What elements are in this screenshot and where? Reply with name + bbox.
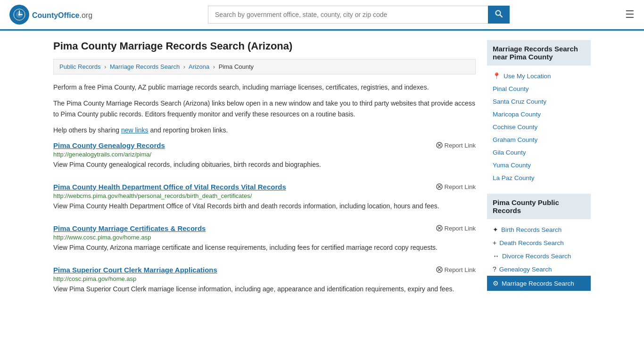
sidebar-maricopa-county[interactable]: Maricopa County — [487, 108, 591, 121]
divorce-icon: ↔ — [493, 252, 499, 260]
breadcrumb-pima-county: Pima County — [219, 63, 254, 70]
result-desc-2: View Pima County Health Department Offic… — [53, 201, 476, 211]
search-button[interactable] — [488, 6, 510, 24]
result-title-3[interactable]: Pima County Marriage Certificates & Reco… — [53, 224, 206, 232]
report-icon-2 — [436, 183, 443, 190]
sidebar-yuma-county[interactable]: Yuma County — [487, 159, 591, 172]
result-title-4[interactable]: Pima Superior Court Clerk Marriage Appli… — [53, 266, 217, 274]
logo-area: CountyOffice.org — [9, 5, 92, 25]
report-icon-1 — [436, 142, 443, 148]
content-area: Pima County Marriage Records Search (Ari… — [53, 40, 476, 307]
sidebar-cochise-county[interactable]: Cochise County — [487, 121, 591, 133]
pin-icon: 📍 — [493, 72, 501, 80]
sidebar-graham-county[interactable]: Graham County — [487, 133, 591, 146]
description-2: The Pima County Marriage Records Search … — [53, 98, 476, 119]
result-item: Pima County Genealogy Records Report Lin… — [53, 141, 476, 170]
report-link-1[interactable]: Report Link — [436, 142, 476, 149]
nearby-section: Marriage Records Search near Pima County… — [487, 40, 591, 184]
logo-name: CountyOffice — [32, 11, 79, 19]
result-header: Pima County Health Department Office of … — [53, 183, 476, 191]
result-header: Pima County Genealogy Records Report Lin… — [53, 141, 476, 149]
report-icon-4 — [436, 266, 443, 273]
death-records-link[interactable]: + Death Records Search — [487, 236, 591, 249]
result-desc-4: View Pima Superior Court Clerk marriage … — [53, 284, 476, 294]
marriage-icon: ⚙ — [493, 280, 499, 287]
logo-icon — [9, 5, 29, 25]
new-links[interactable]: new links — [121, 126, 149, 134]
result-header: Pima Superior Court Clerk Marriage Appli… — [53, 266, 476, 274]
svg-point-2 — [18, 14, 20, 16]
sidebar-gila-county[interactable]: Gila County — [487, 146, 591, 159]
menu-icon[interactable]: ☰ — [625, 8, 635, 21]
result-title-2[interactable]: Pima County Health Department Office of … — [53, 183, 286, 191]
result-desc-1: View Pima County genealogical records, i… — [53, 160, 476, 170]
results-list: Pima County Genealogy Records Report Lin… — [53, 141, 476, 294]
public-records-section: Pima County Public Records ✦ Birth Recor… — [487, 194, 591, 291]
sidebar: Marriage Records Search near Pima County… — [487, 40, 591, 307]
breadcrumb: Public Records › Marriage Records Search… — [53, 59, 476, 74]
public-records-header: Pima County Public Records — [487, 194, 591, 219]
page-title: Pima County Marriage Records Search (Ari… — [53, 40, 476, 52]
svg-line-4 — [500, 15, 503, 17]
search-input[interactable] — [208, 6, 488, 24]
description-3: Help others by sharing new links and rep… — [53, 125, 476, 135]
birth-icon: ✦ — [493, 226, 498, 233]
breadcrumb-marriage-records[interactable]: Marriage Records Search — [110, 63, 180, 70]
result-desc-3: View Pima County, Arizona marriage certi… — [53, 243, 476, 253]
nearby-header: Marriage Records Search near Pima County — [487, 40, 591, 66]
marriage-records-active-link[interactable]: ⚙ Marriage Records Search — [487, 276, 591, 291]
result-url-2: http://webcms.pima.gov/health/personal_r… — [53, 192, 476, 199]
birth-records-link[interactable]: ✦ Birth Records Search — [487, 223, 591, 236]
report-link-4[interactable]: Report Link — [436, 266, 476, 273]
breadcrumb-public-records[interactable]: Public Records — [59, 63, 100, 70]
result-url-4: http://cosc.pima.gov/home.asp — [53, 275, 476, 282]
result-title-1[interactable]: Pima County Genealogy Records — [53, 141, 165, 149]
result-url-3: http://www.cosc.pima.gov/home.asp — [53, 234, 476, 241]
header: CountyOffice.org ☰ — [0, 0, 644, 31]
genealogy-search-link[interactable]: ? Genealogy Search — [487, 263, 591, 276]
description-1: Perform a free Pima County, AZ public ma… — [53, 82, 476, 92]
death-icon: + — [493, 239, 496, 247]
result-header: Pima County Marriage Certificates & Reco… — [53, 224, 476, 232]
report-link-2[interactable]: Report Link — [436, 183, 476, 190]
breadcrumb-arizona[interactable]: Arizona — [189, 63, 209, 70]
main-container: Pima County Marriage Records Search (Ari… — [44, 31, 600, 317]
logo-text: CountyOffice.org — [32, 9, 92, 20]
report-link-3[interactable]: Report Link — [436, 225, 476, 232]
sidebar-la-paz-county[interactable]: La Paz County — [487, 172, 591, 184]
result-url-1: http://genealogytrails.com/ariz/pima/ — [53, 151, 476, 158]
sidebar-santa-cruz-county[interactable]: Santa Cruz County — [487, 95, 591, 108]
result-item: Pima County Health Department Office of … — [53, 183, 476, 211]
genealogy-icon: ? — [493, 265, 496, 273]
result-item: Pima Superior Court Clerk Marriage Appli… — [53, 266, 476, 294]
logo-org: .org — [79, 11, 92, 19]
result-item: Pima County Marriage Certificates & Reco… — [53, 224, 476, 253]
use-location-link[interactable]: 📍 Use My Location — [487, 69, 591, 82]
search-area — [208, 6, 510, 24]
divorce-records-link[interactable]: ↔ Divorce Records Search — [487, 249, 591, 263]
report-icon-3 — [436, 225, 443, 231]
sidebar-pinal-county[interactable]: Pinal County — [487, 82, 591, 95]
